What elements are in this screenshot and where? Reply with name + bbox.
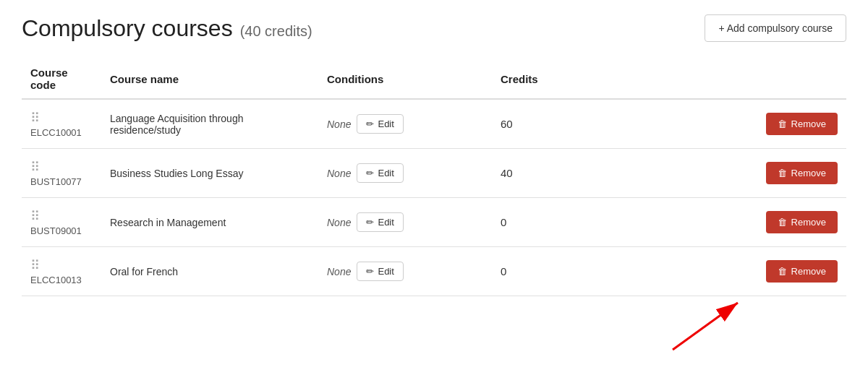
page-header: Compulsory courses (40 credits) + Add co… bbox=[22, 14, 846, 42]
pencil-icon: ✏ bbox=[366, 118, 374, 129]
edit-conditions-button[interactable]: ✏ Edit bbox=[357, 163, 403, 183]
actions-cell: 🗑 Remove bbox=[579, 149, 846, 198]
col-header-conditions: Conditions bbox=[318, 59, 492, 99]
remove-button[interactable]: 🗑 Remove bbox=[766, 211, 838, 233]
course-name-cell: Business Studies Long Essay bbox=[101, 149, 318, 198]
credits-cell: 0 bbox=[492, 247, 579, 296]
course-code-cell: ⠿ ELCC10013 bbox=[22, 247, 101, 296]
svg-line-1 bbox=[673, 303, 738, 350]
edit-label: Edit bbox=[378, 168, 393, 178]
edit-conditions-button[interactable]: ✏ Edit bbox=[357, 212, 403, 232]
edit-conditions-button[interactable]: ✏ Edit bbox=[357, 114, 403, 134]
remove-label: Remove bbox=[791, 168, 826, 178]
credits-cell: 60 bbox=[492, 99, 579, 149]
edit-label: Edit bbox=[378, 266, 393, 277]
col-header-name: Course name bbox=[101, 59, 318, 99]
col-header-actions bbox=[579, 59, 846, 99]
credits-badge: (40 credits) bbox=[240, 23, 312, 40]
conditions-cell: None ✏ Edit bbox=[318, 149, 492, 198]
pencil-icon: ✏ bbox=[366, 168, 374, 178]
remove-label: Remove bbox=[791, 266, 826, 277]
col-header-code: Course code bbox=[22, 59, 101, 99]
trash-icon: 🗑 bbox=[778, 217, 787, 228]
page-title: Compulsory courses bbox=[22, 15, 233, 42]
trash-icon: 🗑 bbox=[778, 266, 787, 277]
table-row: ⠿ BUST10077 Business Studies Long Essay … bbox=[22, 149, 846, 198]
trash-icon: 🗑 bbox=[778, 168, 787, 178]
course-code: BUST10077 bbox=[30, 176, 82, 187]
course-code: ELCC10013 bbox=[30, 275, 82, 285]
edit-label: Edit bbox=[378, 118, 393, 129]
courses-table: Course code Course name Conditions Credi… bbox=[22, 59, 846, 296]
drag-handle-icon[interactable]: ⠿ bbox=[30, 257, 40, 273]
conditions-value: None bbox=[327, 118, 351, 130]
table-row: ⠿ ELCC10001 Language Acquisition through… bbox=[22, 99, 846, 149]
remove-button[interactable]: 🗑 Remove bbox=[766, 113, 838, 135]
course-code-cell: ⠿ BUST09001 bbox=[22, 198, 101, 247]
trash-icon: 🗑 bbox=[778, 118, 787, 129]
drag-handle-icon[interactable]: ⠿ bbox=[30, 110, 40, 126]
course-code: ELCC10001 bbox=[30, 127, 82, 138]
remove-label: Remove bbox=[791, 217, 826, 228]
table-row: ⠿ ELCC10013 Oral for French None ✏ Edit … bbox=[22, 247, 846, 296]
arrow-annotation bbox=[665, 296, 752, 353]
course-code: BUST09001 bbox=[30, 225, 82, 236]
credits-cell: 40 bbox=[492, 149, 579, 198]
course-name-cell: Oral for French bbox=[101, 247, 318, 296]
course-code-cell: ⠿ BUST10077 bbox=[22, 149, 101, 198]
table-header-row: Course code Course name Conditions Credi… bbox=[22, 59, 846, 99]
course-code-cell: ⠿ ELCC10001 bbox=[22, 99, 101, 149]
add-compulsory-course-button[interactable]: + Add compulsory course bbox=[705, 14, 846, 42]
drag-handle-icon[interactable]: ⠿ bbox=[30, 208, 40, 224]
actions-cell: 🗑 Remove bbox=[579, 247, 846, 296]
conditions-value: None bbox=[327, 168, 351, 179]
remove-button[interactable]: 🗑 Remove bbox=[766, 162, 838, 184]
actions-cell: 🗑 Remove bbox=[579, 99, 846, 149]
title-group: Compulsory courses (40 credits) bbox=[22, 15, 312, 42]
course-name-cell: Research in Management bbox=[101, 198, 318, 247]
edit-conditions-button[interactable]: ✏ Edit bbox=[357, 262, 403, 281]
course-name-cell: Language Acquisition through residence/s… bbox=[101, 99, 318, 149]
pencil-icon: ✏ bbox=[366, 217, 374, 228]
remove-button[interactable]: 🗑 Remove bbox=[766, 260, 838, 283]
drag-handle-icon[interactable]: ⠿ bbox=[30, 159, 40, 175]
col-header-credits: Credits bbox=[492, 59, 579, 99]
actions-cell: 🗑 Remove bbox=[579, 198, 846, 247]
remove-label: Remove bbox=[791, 118, 826, 129]
conditions-value: None bbox=[327, 266, 351, 277]
edit-label: Edit bbox=[378, 217, 393, 228]
pencil-icon: ✏ bbox=[366, 266, 374, 277]
credits-cell: 0 bbox=[492, 198, 579, 247]
table-row: ⠿ BUST09001 Research in Management None … bbox=[22, 198, 846, 247]
conditions-cell: None ✏ Edit bbox=[318, 247, 492, 296]
conditions-value: None bbox=[327, 217, 351, 228]
conditions-cell: None ✏ Edit bbox=[318, 99, 492, 149]
conditions-cell: None ✏ Edit bbox=[318, 198, 492, 247]
